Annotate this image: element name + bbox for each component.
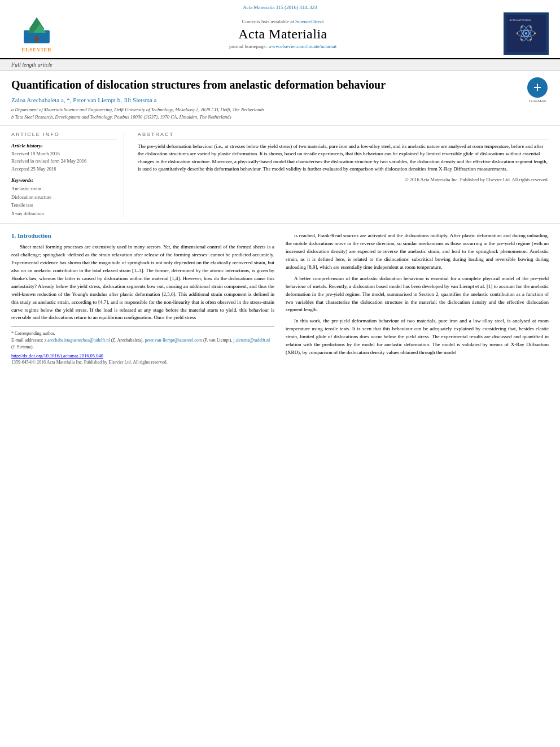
svg-rect-4	[35, 37, 38, 42]
article-type-bar: Full length article	[0, 59, 560, 71]
crossmark-label: CrossMark	[528, 99, 546, 103]
article-type-label: Full length article	[11, 62, 53, 68]
email-1-link[interactable]: z.arechabaletaguenechea@tudelft.nl	[45, 338, 110, 343]
homepage-line: journal homepage: www.elsevier.com/locat…	[62, 43, 504, 49]
footer-issn: 1359-6454/© 2016 Acta Materialia Inc. Pu…	[11, 360, 274, 365]
article-info-abstract-section: ARTICLE INFO Article history: Received 1…	[0, 126, 560, 224]
right-para-3: In this work, the pre-yield deformation …	[286, 317, 549, 357]
svg-point-12	[534, 32, 536, 34]
right-para-2: A better comprehension of the anelastic …	[286, 275, 549, 314]
svg-point-7	[525, 32, 527, 34]
journal-title: Acta Materialia	[62, 27, 504, 42]
received-revised-date: Received in revised form 24 May 2016	[11, 158, 117, 165]
svg-point-13	[520, 26, 522, 28]
svg-point-15	[520, 39, 522, 41]
crossmark-icon: ✓	[529, 79, 546, 96]
affiliation-b: b Tata Steel Research, Development and T…	[11, 113, 520, 121]
svg-text:ACTA MATERIALIA: ACTA MATERIALIA	[510, 19, 531, 21]
right-body-text: is reached, Frank-Read sources are activ…	[286, 232, 549, 357]
journal-header: Acta Materialia 115 (2016) 314–323 ELSEV…	[0, 0, 560, 59]
svg-point-16	[530, 39, 531, 41]
section-1-title: 1. Introduction	[11, 232, 274, 239]
footnote-emails: E-mail addresses: z.arechabaletagueneche…	[11, 337, 274, 351]
keywords-heading: Keywords:	[11, 177, 117, 183]
article-info-column: ARTICLE INFO Article history: Received 1…	[11, 132, 124, 218]
main-content: 1. Introduction Sheet metal forming proc…	[0, 224, 560, 373]
homepage-link[interactable]: www.elsevier.com/locate/actamat	[268, 43, 336, 49]
keywords-section: Keywords: Anelastic strain Dislocation s…	[11, 177, 117, 217]
doi-link[interactable]: http://dx.doi.org/10.1016/j.actamat.2016…	[11, 353, 103, 359]
crossmark-badge: ✓	[527, 77, 548, 98]
section-1-heading: Introduction	[18, 232, 51, 239]
email-2-link[interactable]: peter.van-liempt@tatasteel.com	[145, 338, 202, 343]
email-3-name: (J. Sietsma).	[11, 344, 34, 350]
left-column: 1. Introduction Sheet metal forming proc…	[11, 232, 274, 365]
keyword-4: X-ray diffraction	[11, 209, 117, 217]
email-label: E-mail addresses:	[11, 338, 43, 343]
abstract-heading: ABSTRACT	[138, 132, 549, 139]
journal-header-main: ELSEVIER Contents lists available at Sci…	[0, 12, 560, 55]
footnote-corresponding: * Corresponding author.	[11, 330, 274, 337]
email-1-name: (Z. Arechabaleta),	[111, 338, 143, 343]
contents-line: Contents lists available at ScienceDirec…	[62, 19, 504, 24]
journal-center-info: Contents lists available at ScienceDirec…	[62, 16, 504, 52]
keyword-2: Dislocation structure	[11, 193, 117, 201]
footnote-area: * Corresponding author. E-mail addresses…	[11, 326, 274, 351]
abstract-column: ABSTRACT The pre-yield deformation behav…	[135, 132, 549, 218]
right-para-1: is reached, Frank-Read sources are activ…	[286, 232, 549, 272]
affiliation-a: a Department of Materials Science and En…	[11, 106, 520, 113]
crossmark-area: ✓ CrossMark	[526, 77, 549, 103]
sciencedirect-link[interactable]: ScienceDirect	[295, 19, 323, 24]
svg-point-14	[530, 26, 531, 28]
keyword-3: Tensile test	[11, 201, 117, 209]
authors: Zaloa Arechabaleta a, *, Peter van Liemp…	[11, 97, 520, 103]
keyword-1: Anelastic strain	[11, 185, 117, 193]
article-title-area: Quantification of dislocation structures…	[11, 77, 520, 121]
email-2-name: (P. van Liempt),	[203, 338, 233, 343]
section-1-number: 1.	[11, 232, 16, 239]
intro-body-text: Sheet metal forming processes are extens…	[11, 243, 274, 322]
received-date: Received 18 March 2016	[11, 150, 117, 158]
article-history: Article history: Received 18 March 2016 …	[11, 143, 117, 173]
journal-thumbnail: ACTA MATERIALIA	[504, 12, 549, 55]
accepted-date: Accepted 25 May 2016	[11, 165, 117, 173]
elsevier-label: ELSEVIER	[21, 47, 52, 53]
meta-line: Acta Materialia 115 (2016) 314–323	[0, 5, 560, 10]
journal-cover-graphic: ACTA MATERIALIA	[506, 15, 546, 52]
article-info-heading: ARTICLE INFO	[11, 132, 117, 139]
doi-line: http://dx.doi.org/10.1016/j.actamat.2016…	[11, 353, 274, 359]
abstract-text: The pre-yield deformation behaviour (i.e…	[138, 143, 549, 173]
copyright-text: © 2016 Acta Materialia Inc. Published by…	[138, 177, 549, 182]
received-revised-text: Received in revised form 24 May 2016	[11, 158, 86, 164]
svg-point-11	[517, 32, 518, 34]
history-heading: Article history:	[11, 143, 117, 148]
article-title: Quantification of dislocation structures…	[11, 77, 520, 92]
right-column: is reached, Frank-Read sources are activ…	[286, 232, 549, 365]
journal-meta: Acta Materialia 115 (2016) 314–323	[243, 5, 317, 10]
email-3-link[interactable]: j.sietsma@tudelft.nl	[233, 338, 270, 343]
article-header: Quantification of dislocation structures…	[0, 71, 560, 126]
elsevier-logo: ELSEVIER	[11, 15, 62, 53]
elsevier-tree-icon	[20, 15, 54, 46]
intro-para-1: Sheet metal forming processes are extens…	[11, 243, 274, 322]
author-list: Zaloa Arechabaleta a, *, Peter van Liemp…	[11, 97, 157, 103]
affiliations: a Department of Materials Science and En…	[11, 106, 520, 121]
